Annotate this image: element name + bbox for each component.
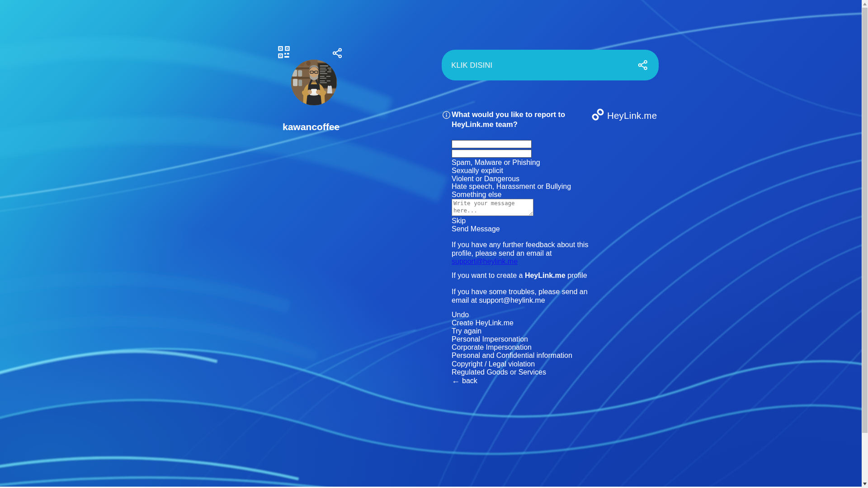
report-option[interactable]: Sexually explicit — [452, 167, 571, 175]
heylink-logo-text: HeyLink.me — [607, 110, 657, 121]
back-button[interactable]: ←back — [452, 376, 477, 385]
create-heylink-button[interactable]: Create HeyLink.me — [452, 319, 514, 327]
report-field-2[interactable] — [452, 150, 532, 158]
skip-button[interactable]: Skip — [452, 217, 466, 225]
report-option[interactable]: Something else — [452, 191, 571, 199]
link-button[interactable]: KLIK DISINI — [442, 50, 659, 80]
create-suffix: profile — [566, 272, 587, 279]
try-again-button[interactable]: Try again — [452, 327, 514, 335]
profile-username: kawancoffee — [243, 122, 379, 132]
info-icon[interactable] — [442, 111, 451, 119]
report-option-list: Spam, Malware or Phishing Sexually expli… — [452, 159, 571, 199]
report-category[interactable]: Regulated Goods or Services — [452, 368, 572, 376]
share-icon[interactable] — [332, 47, 343, 59]
create-brand: HeyLink.me — [525, 272, 566, 279]
create-profile-paragraph: If you want to create a HeyLink.me profi… — [452, 272, 601, 280]
left-arrow-icon: ← — [452, 376, 460, 385]
send-message-button[interactable]: Send Message — [452, 225, 500, 233]
back-label: back — [462, 377, 477, 385]
report-category[interactable]: Corporate Impersonation — [452, 343, 572, 352]
report-category-list: Personal Impersonation Corporate Imperso… — [452, 335, 572, 376]
vertical-scrollbar[interactable] — [862, 0, 868, 488]
feedback-text: If you have any further feedback about t… — [452, 241, 588, 257]
dialog-action-list: Undo Create HeyLink.me Try again — [452, 311, 514, 336]
scroll-up-arrow[interactable] — [863, 3, 867, 5]
report-option[interactable]: Spam, Malware or Phishing — [452, 159, 571, 167]
report-field-1[interactable] — [452, 140, 532, 148]
scrollbar-thumb[interactable] — [862, 8, 868, 433]
troubles-paragraph: If you have some troubles, please send a… — [452, 288, 593, 305]
wavy-background — [0, 0, 868, 488]
report-dialog-title: What would you like to report to HeyLink… — [452, 110, 578, 129]
report-message-textarea[interactable] — [452, 199, 533, 216]
report-category[interactable]: Copyright / Legal violation — [452, 360, 572, 368]
support-email-link[interactable]: support@heylink.me — [452, 258, 518, 265]
report-category[interactable]: Personal and Confidential information — [452, 352, 572, 360]
link-button-label: KLIK DISINI — [451, 61, 492, 70]
report-option[interactable]: Violent or Dangerous — [452, 175, 571, 183]
report-option[interactable]: Hate speech, Harassment or Bullying — [452, 183, 571, 191]
qr-code-icon[interactable] — [278, 46, 290, 59]
create-prefix: If you want to create a — [452, 272, 525, 279]
report-category[interactable]: Personal Impersonation — [452, 335, 572, 343]
undo-button[interactable]: Undo — [452, 311, 514, 319]
share-icon[interactable] — [637, 59, 649, 71]
scroll-down-arrow[interactable] — [863, 483, 867, 485]
heylink-logo[interactable]: HeyLink.me — [592, 108, 657, 122]
chain-link-icon — [592, 108, 604, 122]
avatar — [291, 60, 337, 105]
feedback-paragraph: If you have any further feedback about t… — [452, 241, 593, 266]
